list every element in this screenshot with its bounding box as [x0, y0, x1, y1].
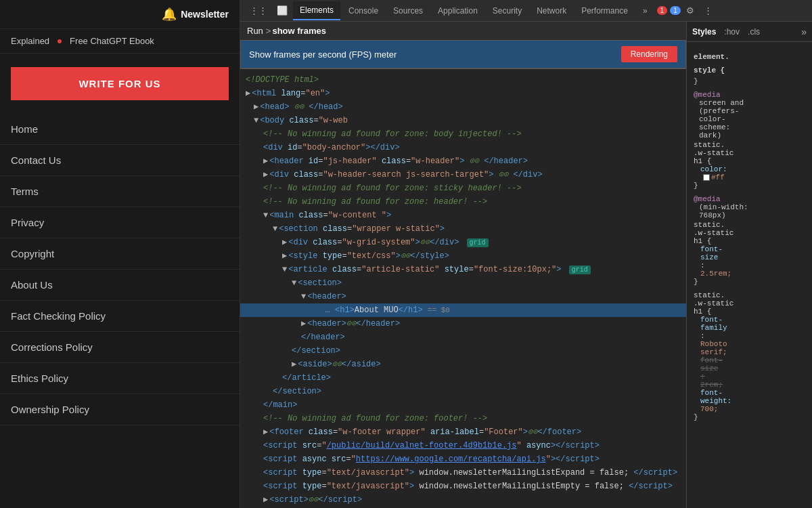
devtools-icon-btn-2[interactable]: ⬜ [273, 3, 292, 18]
media-dark-prefers: (prefers- [699, 107, 805, 115]
tree-doctype: <!DOCTYPE html> [240, 73, 686, 87]
tree-comment-sticky: <!-- No winning ad found for zone: stick… [240, 182, 686, 195]
sidebar-top-bar: 🔔 Newsletter [0, 0, 240, 29]
tree-article[interactable]: ▼<article class="article-static" style="… [240, 263, 686, 276]
styles-media-768: @media (min-width: 768px) static. .w-sta… [694, 195, 805, 286]
nav-link-terms[interactable]: Terms [0, 176, 240, 207]
run-text[interactable]: show frames [272, 26, 325, 36]
tree-footer[interactable]: ▶<footer class="w-footer wrapper" aria-l… [240, 425, 686, 439]
settings-icon[interactable]: ⚙ [682, 3, 698, 18]
tab-more[interactable]: » [636, 2, 654, 20]
tab-performance[interactable]: Performance [574, 2, 635, 20]
cls-tab[interactable]: .cls [744, 24, 764, 39]
styles-title: Styles [692, 27, 716, 37]
media-dark-color-val: #ff [703, 173, 805, 182]
media-768-font-size: size [700, 253, 805, 261]
static-font-size-strike4: 2rem; [700, 381, 805, 389]
nav-link-fact-checking-policy[interactable]: Fact Checking Policy [0, 301, 240, 331]
static-font-family2: family [700, 324, 805, 332]
nav-link-home[interactable]: Home [0, 114, 240, 144]
styles-more-icon[interactable]: » [801, 26, 807, 37]
tree-head[interactable]: ▶<head> ⊙⊙ </head> [240, 100, 686, 114]
nav-item-contact-us: Contact Us [0, 145, 240, 176]
nav-link-about-us[interactable]: About Us [0, 270, 240, 300]
rendering-button[interactable]: Rendering [621, 46, 677, 62]
tab-console[interactable]: Console [342, 2, 385, 20]
tree-header-js[interactable]: ▶<header id="js-header" class="w-header"… [240, 154, 686, 168]
media-768-size-val: 2.5rem; [700, 270, 805, 278]
static-font-serif: serif; [700, 348, 805, 356]
tree-body[interactable]: ▼<body class="w-web [240, 114, 686, 127]
nav-item-copyright: Copyright [0, 238, 240, 270]
write-for-us-button[interactable]: WRITE FOR US [11, 67, 229, 100]
hover-tab[interactable]: :hov [720, 24, 744, 39]
media-dark-close: } [694, 182, 805, 190]
nav-item-about-us: About Us [0, 270, 240, 301]
html-tree[interactable]: <!DOCTYPE html> ▶<html lang="en"> ▶<head… [240, 69, 686, 508]
tree-h1-selected[interactable]: … <h1>About MUO</h1> == $0 [240, 303, 686, 317]
explained-link[interactable]: Explained [11, 36, 49, 46]
tree-header-inner[interactable]: ▼<header> [240, 290, 686, 303]
tree-close-main: </main> [240, 398, 686, 412]
tree-close-header: </header> [240, 331, 686, 344]
tree-script-valnet: <script src="/public/build/valnet-footer… [240, 439, 686, 452]
tree-style[interactable]: ▶<style type="text/css">⊙⊙</style> [240, 249, 686, 263]
tree-div-search[interactable]: ▶<div class="w-header-search js-search-t… [240, 168, 686, 182]
tree-div-grid[interactable]: ▶<div class="w-grid-system">⊙⊙</div> gri… [240, 236, 686, 249]
nav-link-corrections-policy[interactable]: Corrections Policy [0, 332, 240, 362]
prop-size-768: size [700, 253, 718, 261]
tab-sources[interactable]: Sources [386, 2, 430, 20]
nav-link-privacy[interactable]: Privacy [0, 207, 240, 238]
run-label: Run [247, 26, 263, 36]
color-val-ff: #ff [711, 173, 725, 182]
tree-section-wrapper[interactable]: ▼<section class="wrapper w-static"> [240, 222, 686, 236]
tab-security[interactable]: Security [486, 2, 528, 20]
tree-comment-footer-ad: <!-- No winning ad found for zone: foote… [240, 412, 686, 425]
prop-weight: weight: [700, 397, 731, 405]
tab-network[interactable]: Network [530, 2, 573, 20]
run-input-row: Run > show frames [240, 22, 686, 40]
tree-html[interactable]: ▶<html lang="en"> [240, 87, 686, 100]
nav-link-ethics-policy[interactable]: Ethics Policy [0, 363, 240, 394]
tree-div-body-anchor[interactable]: <div id="body-anchor"></div> [240, 141, 686, 154]
bell-icon: 🔔 [162, 7, 177, 22]
prop-color: color: [700, 165, 727, 173]
styles-content: element. style { } @media screen and (pr… [687, 42, 812, 427]
devtools-icon-btn-1[interactable]: ⋮⋮ [246, 3, 271, 18]
tab-elements[interactable]: Elements [293, 1, 340, 20]
tab-application[interactable]: Application [431, 2, 484, 20]
tree-script-short1[interactable]: ▶<script>⊙⊙</script> [240, 493, 686, 507]
color-swatch-white [703, 174, 710, 181]
autocomplete-dropdown: Show frames per second (FPS) meter Rende… [240, 40, 686, 68]
nav-link-copyright[interactable]: Copyright [0, 238, 240, 269]
tree-aside[interactable]: ▶<aside>⊙⊙</aside> [240, 358, 686, 371]
tree-script-newsletter-empty: <script type="text/javascript"> window.n… [240, 480, 686, 493]
media-768-minwidth: (min-width: [699, 203, 805, 211]
autocomplete-item-selected[interactable]: Show frames per second (FPS) meter Rende… [241, 41, 685, 68]
media-768-close: } [694, 278, 805, 286]
colon-768: : [700, 261, 705, 270]
more-options-icon[interactable]: ⋮ [700, 3, 717, 18]
media-dark-value: dark) [699, 131, 805, 140]
media-dark-scheme: scheme: [699, 123, 805, 131]
tree-comment-ad1: <!-- No winning ad found for zone: body … [240, 127, 686, 141]
nav-link-contact-us[interactable]: Contact Us [0, 145, 240, 175]
nav-links-top: Explained Free ChatGPT Ebook [0, 29, 240, 54]
nav-link-ownership-policy[interactable]: Ownership Policy [0, 394, 240, 425]
nav-item-corrections-policy: Corrections Policy [0, 332, 240, 363]
media-dark-color: color- [699, 115, 805, 123]
error-badge: 1 [657, 6, 668, 15]
tree-script-recaptcha: <script async src="https://www.google.co… [240, 452, 686, 466]
media-dark-selector1: static. [694, 141, 805, 149]
tree-main[interactable]: ▼<main class="w-content "> [240, 209, 686, 222]
tree-section-inner[interactable]: ▼<section> [240, 276, 686, 290]
nav-item-home: Home [0, 114, 240, 145]
sidebar-nav-list: Home Contact Us Terms Privacy Copyright … [0, 114, 240, 425]
static-selector1: static. [694, 291, 805, 299]
static-selector3: h1 { [694, 308, 805, 316]
free-chatgpt-link[interactable]: Free ChatGPT Ebook [70, 36, 154, 46]
styles-media-dark: @media screen and (prefers- color- schem… [694, 91, 805, 190]
tree-header-inner2[interactable]: ▶<header>⊙⊙</header> [240, 317, 686, 331]
newsletter-label[interactable]: Newsletter [181, 9, 229, 20]
media-dark-detail: screen and [699, 99, 805, 107]
